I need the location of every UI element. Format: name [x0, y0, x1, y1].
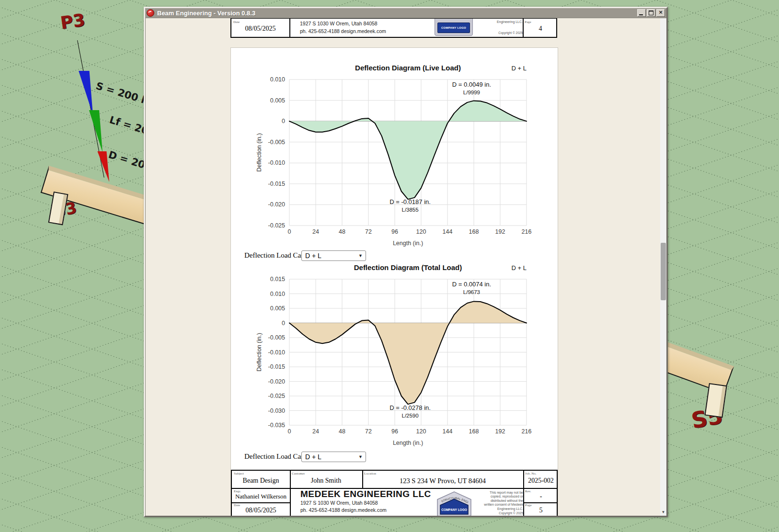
svg-text:-0.035: -0.035 — [268, 422, 285, 429]
company-logo-text: COMPANY LOGO — [441, 508, 467, 511]
svg-text:-0.005: -0.005 — [268, 139, 285, 146]
svg-text:96: 96 — [391, 228, 398, 235]
subject-label: Subject — [234, 472, 244, 475]
deflection-annotation: D = 0.0049 in. — [452, 81, 491, 88]
p4-copyright: Copyright © 2025 — [480, 31, 523, 34]
copyright: Copyright © 2025 — [480, 511, 523, 515]
deflection-load-case-label: Deflection Load Case: — [244, 251, 309, 260]
svg-text:120: 120 — [416, 428, 426, 435]
chart-title: Deflection Diagram (Live Load) — [355, 64, 461, 72]
p4-page-number: 4 — [523, 25, 557, 33]
svg-text:-0.030: -0.030 — [268, 407, 285, 414]
svg-text:48: 48 — [339, 228, 345, 235]
deflection-annotation: D = -0.0187 in. — [390, 198, 431, 205]
chart-title: Deflection Diagram (Total Load) — [354, 263, 462, 272]
scrollbar-thumb[interactable] — [661, 243, 666, 300]
location-value: 123 S 234 W Provo, UT 84604 — [362, 477, 523, 485]
company-logo-text: COMPANY LOGO — [437, 23, 470, 33]
svg-text:0.010: 0.010 — [270, 291, 285, 297]
live-load-deflection-chart: 0.0100.0050-0.005-0.010-0.015-0.020-0.02… — [231, 60, 558, 249]
svg-text:168: 168 — [469, 428, 479, 435]
svg-text:-0.005: -0.005 — [268, 334, 285, 341]
svg-text:168: 168 — [469, 228, 479, 235]
svg-text:0: 0 — [288, 428, 291, 435]
dropdown-arrow-icon: ▼ — [358, 253, 363, 258]
svg-text:-0.020: -0.020 — [268, 201, 285, 208]
svg-text:192: 192 — [495, 228, 505, 235]
point-label-p3: P3 — [59, 10, 86, 33]
svg-text:72: 72 — [365, 428, 372, 435]
date-value: 08/05/2025 — [232, 507, 290, 514]
vertical-scrollbar[interactable]: ▼ — [660, 18, 666, 516]
svg-text:120: 120 — [416, 228, 426, 235]
window-title: Beam Engineering - Version 0.8.3 — [157, 10, 637, 17]
svg-text:24: 24 — [312, 228, 319, 235]
svg-text:96: 96 — [391, 428, 398, 435]
app-icon — [147, 9, 154, 17]
svg-text:0.005: 0.005 — [270, 97, 285, 104]
subject-value: Beam Design — [232, 477, 290, 485]
deflection-load-case-label: Deflection Load Case: — [244, 453, 309, 461]
rev-value: - — [523, 493, 558, 500]
svg-text:-0.020: -0.020 — [268, 378, 285, 385]
svg-text:192: 192 — [495, 428, 505, 435]
company-phone-web: ph. 425-652-4188 design.medeek.com — [300, 507, 387, 513]
minimize-button[interactable] — [637, 9, 646, 17]
job-number-label: Job. No. — [525, 472, 537, 475]
svg-text:-0.025: -0.025 — [268, 393, 285, 399]
deflection-load-case-select-2[interactable]: D + L ▼ — [301, 452, 366, 462]
deflection-load-case-row-2: Deflection Load Case: D + L ▼ — [231, 452, 558, 463]
window-titlebar[interactable]: Beam Engineering - Version 0.8.3 × — [145, 8, 666, 18]
maximize-icon — [649, 11, 653, 15]
deflection-ratio-annotation: L/9673 — [463, 289, 480, 295]
svg-text:72: 72 — [365, 228, 372, 235]
svg-text:0: 0 — [288, 228, 291, 235]
company-logo: COMPANY LOGO — [435, 18, 473, 36]
svg-text:0: 0 — [282, 118, 285, 125]
p4-address: 1927 S 1030 W Orem, Utah 84058 — [300, 21, 378, 26]
svg-text:0.010: 0.010 — [270, 76, 285, 83]
scroll-down-button[interactable]: ▼ — [660, 509, 666, 516]
location-label: Location — [364, 472, 376, 475]
y-axis-title: Deflection (in.) — [256, 133, 263, 172]
load-case-corner-label: D + L — [512, 264, 527, 272]
svg-text:-0.010: -0.010 — [268, 159, 285, 166]
deflection-ratio-annotation: L/3855 — [401, 207, 418, 213]
svg-text:-0.025: -0.025 — [268, 222, 285, 229]
svg-text:-0.010: -0.010 — [268, 349, 285, 356]
maximize-button[interactable] — [647, 9, 655, 17]
y-axis-title: Deflection (in.) — [256, 333, 263, 372]
deflection-annotation: D = 0.0074 in. — [452, 281, 491, 288]
total-load-deflection-chart: 0.0150.0100.0050-0.005-0.010-0.015-0.020… — [231, 260, 558, 449]
deflection-annotation: D = -0.0278 in. — [390, 404, 431, 411]
svg-text:48: 48 — [339, 428, 345, 435]
load-case-corner-label: D + L — [512, 65, 527, 72]
report-footer-titleblock: Subject Beam Design Customer John Smith … — [231, 470, 558, 516]
svg-text:216: 216 — [522, 428, 532, 435]
dropdown-arrow-icon: ▼ — [358, 454, 363, 459]
customer-label: Customer — [292, 472, 305, 475]
company-name: MEDEEK ENGINEERING LLC — [300, 489, 431, 499]
minimize-icon — [639, 14, 643, 15]
report-disclaimer: This report may not be copied, reproduce… — [480, 491, 523, 511]
deflection-load-case-select-1[interactable]: D + L ▼ — [301, 250, 366, 261]
company-logo: STRUCTURAL ENGINEERS COMPANY LOGO — [435, 490, 473, 516]
beam-engineering-window: Beam Engineering - Version 0.8.3 × Date … — [144, 7, 668, 517]
page-number: 5 — [523, 507, 558, 514]
svg-text:0: 0 — [282, 320, 285, 327]
customer-value: John Smith — [290, 477, 362, 485]
page4-footer-strip: Date 08/05/2025 1927 S 1030 W Orem, Utah… — [230, 18, 557, 38]
deflection-ratio-annotation: L/2590 — [401, 413, 418, 419]
company-address: 1927 S 1030 W Orem, Utah 84058 — [300, 500, 378, 506]
svg-text:144: 144 — [443, 228, 453, 235]
x-axis-title: Length (in.) — [393, 440, 423, 446]
engineer-value: Nathaniel Wilkerson — [232, 493, 290, 500]
svg-text:-0.015: -0.015 — [268, 363, 285, 370]
svg-text:144: 144 — [443, 428, 453, 435]
report-viewport: Date 08/05/2025 1927 S 1030 W Orem, Utah… — [145, 18, 666, 516]
svg-text:216: 216 — [522, 228, 532, 235]
svg-text:-0.015: -0.015 — [268, 181, 285, 187]
svg-text:0.015: 0.015 — [270, 276, 285, 283]
close-button[interactable]: × — [656, 9, 665, 17]
report-page-5: 0.0100.0050-0.005-0.010-0.015-0.020-0.02… — [230, 47, 558, 516]
